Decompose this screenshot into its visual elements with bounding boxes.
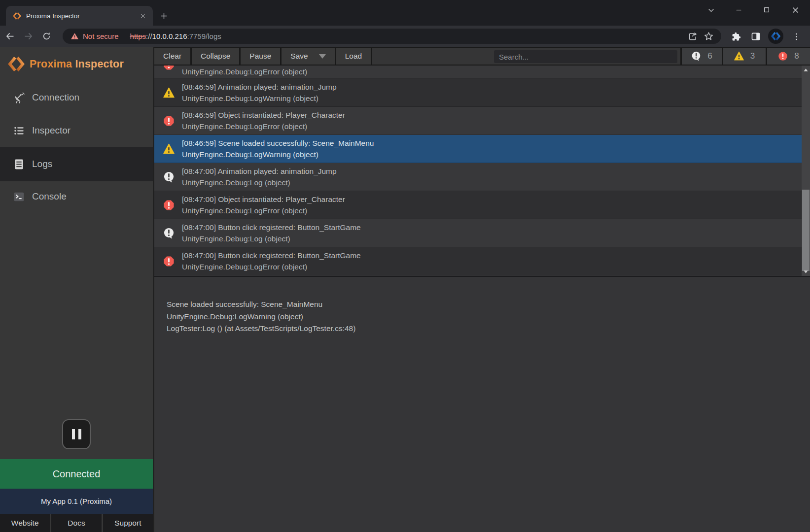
document-icon bbox=[13, 158, 25, 170]
detail-stack-line: UnityEngine.Debug:LogWarning (object) bbox=[167, 311, 800, 323]
scroll-up-icon[interactable] bbox=[802, 66, 810, 73]
pause-button[interactable]: Pause bbox=[241, 48, 280, 65]
save-button[interactable]: Save bbox=[282, 48, 334, 65]
sidebar: Proxima Inspector Connection Inspector L… bbox=[0, 47, 153, 532]
search-zone bbox=[372, 48, 680, 65]
log-row[interactable]: [08:46:59] Animation played: animation_J… bbox=[154, 79, 810, 107]
log-row[interactable]: [08:47:00] Button click registered: Butt… bbox=[154, 219, 810, 247]
error-icon bbox=[163, 115, 175, 127]
log-row[interactable]: UnityEngine.Debug:LogError (object) bbox=[154, 66, 810, 79]
log-list: UnityEngine.Debug:LogError (object) [08:… bbox=[154, 66, 810, 276]
forward-button[interactable] bbox=[20, 28, 36, 45]
log-detail-panel: Scene loaded successfully: Scene_MainMen… bbox=[154, 276, 810, 532]
pause-icon bbox=[72, 429, 75, 439]
titlebar: Proxima Inspector bbox=[0, 0, 810, 26]
not-secure-warning-icon bbox=[70, 32, 79, 40]
error-bubble-icon bbox=[778, 51, 788, 61]
error-count-filter[interactable]: 8 bbox=[767, 48, 810, 65]
tab-title: Proxima Inspector bbox=[26, 12, 137, 20]
error-icon bbox=[163, 200, 175, 211]
log-row[interactable]: [08:47:00] Object instantiated: Player_C… bbox=[154, 191, 810, 219]
address-bar: Not secure https://10.0.0.216:7759/logs bbox=[0, 26, 810, 47]
app-logo: Proxima Inspector bbox=[8, 52, 124, 76]
profile-logo-icon bbox=[771, 32, 780, 41]
url-omnibox[interactable]: Not secure https://10.0.0.216:7759/logs bbox=[63, 29, 721, 44]
scrollbar-thumb[interactable] bbox=[802, 190, 810, 271]
log-row[interactable]: [08:47:00] Animation played: animation_J… bbox=[154, 163, 810, 191]
warning-count-filter[interactable]: 3 bbox=[723, 48, 766, 65]
sidebar-item-connection[interactable]: Connection bbox=[0, 84, 153, 111]
clear-button[interactable]: Clear bbox=[154, 48, 190, 65]
website-link[interactable]: Website bbox=[0, 514, 50, 532]
browser-window: Proxima Inspector Not secure https://10.… bbox=[0, 0, 810, 532]
profile-avatar[interactable] bbox=[768, 29, 783, 44]
warning-icon bbox=[163, 143, 175, 155]
satellite-dish-icon bbox=[13, 92, 25, 104]
support-link[interactable]: Support bbox=[103, 514, 153, 532]
url-text: https://10.0.0.216:7759/logs bbox=[130, 32, 685, 40]
share-icon[interactable] bbox=[685, 29, 701, 44]
tab-favicon-proxima-logo bbox=[13, 12, 21, 20]
list-icon bbox=[13, 125, 25, 137]
info-icon bbox=[163, 171, 175, 183]
error-icon bbox=[163, 256, 175, 267]
detail-source-line: LogTester:Log () (at Assets/TestScripts/… bbox=[167, 323, 800, 335]
sidebar-footer: Website Docs Support bbox=[0, 514, 153, 532]
window-close-button[interactable] bbox=[785, 3, 805, 17]
logs-toolbar: Clear Collapse Pause Save Load 6 3 8 bbox=[154, 47, 810, 66]
browser-tab[interactable]: Proxima Inspector bbox=[6, 6, 153, 26]
reload-button[interactable] bbox=[38, 28, 55, 45]
warning-triangle-icon bbox=[734, 51, 744, 61]
log-row-selected[interactable]: [08:46:59] Scene loaded successfully: Sc… bbox=[154, 135, 810, 163]
window-minimize-button[interactable] bbox=[729, 3, 748, 17]
info-count-filter[interactable]: 6 bbox=[682, 48, 722, 65]
bookmark-star-icon[interactable] bbox=[701, 29, 716, 44]
warning-icon bbox=[163, 87, 175, 99]
log-row[interactable]: [08:47:00] Button click registered: Butt… bbox=[154, 247, 810, 275]
sidebar-item-inspector[interactable]: Inspector bbox=[0, 117, 153, 144]
load-button[interactable]: Load bbox=[336, 48, 371, 65]
browser-menu-dots-icon[interactable] bbox=[789, 29, 804, 44]
logs-page: Clear Collapse Pause Save Load 6 3 8 bbox=[153, 47, 810, 532]
back-button[interactable] bbox=[1, 28, 18, 45]
not-secure-label[interactable]: Not secure bbox=[83, 32, 119, 40]
sidebar-item-console[interactable]: Console bbox=[0, 183, 153, 210]
log-list-scrollbar[interactable] bbox=[802, 66, 810, 276]
connection-status-badge: Connected bbox=[0, 459, 153, 489]
docs-link[interactable]: Docs bbox=[51, 514, 101, 532]
omnibox-divider bbox=[124, 32, 124, 41]
info-icon bbox=[163, 228, 175, 239]
window-maximize-button[interactable] bbox=[757, 3, 776, 17]
log-row[interactable]: [08:46:59] Object instantiated: Player_C… bbox=[154, 107, 810, 135]
tab-close-icon[interactable] bbox=[137, 10, 148, 21]
app-title: Proxima Inspector bbox=[30, 58, 124, 70]
side-panel-icon[interactable] bbox=[748, 29, 763, 44]
collapse-button[interactable]: Collapse bbox=[192, 48, 239, 65]
pause-stream-button[interactable] bbox=[62, 419, 91, 449]
tab-search-chevron-icon[interactable] bbox=[701, 3, 721, 17]
detail-message: Scene loaded successfully: Scene_MainMen… bbox=[167, 299, 800, 311]
proxima-logo-icon bbox=[8, 56, 25, 72]
connected-app-label: My App 0.1 (Proxima) bbox=[0, 489, 153, 514]
new-tab-button[interactable] bbox=[157, 9, 171, 23]
scroll-down-icon[interactable] bbox=[802, 268, 810, 275]
sidebar-item-logs[interactable]: Logs bbox=[0, 147, 153, 181]
save-dropdown-icon[interactable] bbox=[319, 54, 326, 59]
error-icon bbox=[163, 66, 175, 70]
search-input[interactable] bbox=[494, 50, 677, 63]
extensions-puzzle-icon[interactable] bbox=[729, 29, 743, 44]
info-bubble-icon bbox=[691, 51, 701, 61]
terminal-icon bbox=[13, 191, 25, 203]
